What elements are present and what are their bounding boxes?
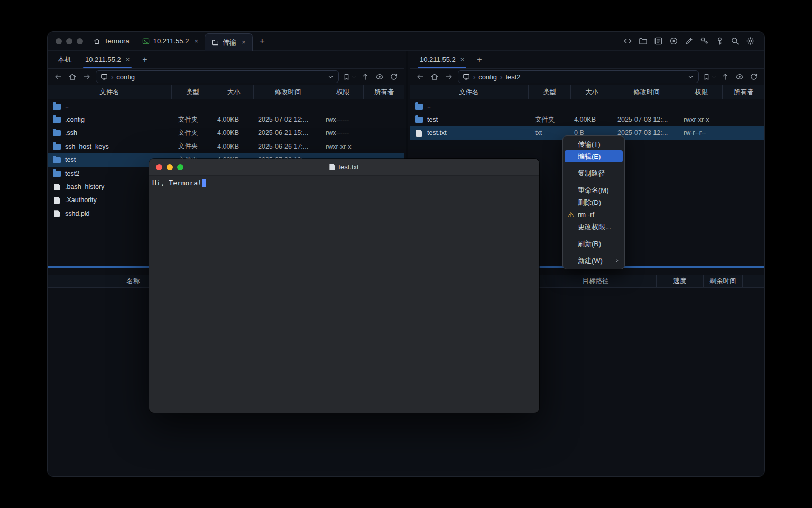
pane-tab-local[interactable]: 本机 [51, 51, 78, 68]
right-pane-toolbar: › config › test2 [410, 69, 764, 85]
file-row[interactable]: .. [410, 99, 764, 113]
tab-close-icon[interactable]: × [194, 38, 198, 44]
file-row[interactable]: .config 文件夹 4.00KB 2025-07-02 12:... rwx… [48, 113, 404, 126]
column-header-filename[interactable]: 文件名 [48, 85, 172, 99]
menu-item-label: 新建(W) [578, 256, 603, 266]
back-button[interactable] [415, 72, 426, 81]
code-icon[interactable] [623, 37, 632, 46]
tab-close-icon[interactable]: × [242, 39, 246, 46]
column-header-permissions[interactable]: 权限 [322, 85, 364, 99]
crumb-segment[interactable]: test2 [505, 73, 520, 81]
record-icon[interactable] [669, 37, 678, 46]
tab-transfer[interactable]: 传输 × [205, 33, 253, 51]
folder-icon[interactable] [639, 37, 648, 46]
bookmark-button[interactable] [343, 73, 356, 81]
column-header-modified[interactable]: 修改时间 [254, 85, 322, 99]
column-header-size[interactable]: 大小 [214, 85, 254, 99]
tab-close-icon[interactable]: × [460, 56, 465, 63]
menu-item-new[interactable]: 新建(W) [563, 255, 624, 267]
new-tab-button[interactable]: + [253, 37, 272, 46]
column-header-type[interactable]: 类型 [172, 85, 214, 99]
tab-ssh-session[interactable]: 10.211.55.2 × [136, 32, 205, 50]
menu-item-edit[interactable]: 编辑(E) [565, 150, 623, 162]
pane-tab-remote[interactable]: 10.211.55.2 × [78, 51, 136, 68]
pane-new-tab-button[interactable]: + [136, 56, 153, 64]
column-header-filename[interactable]: 文件名 [410, 85, 529, 99]
left-pane-tabbar: 本机 10.211.55.2 × + [48, 51, 404, 69]
menu-item-refresh[interactable]: 刷新(R) [563, 238, 624, 250]
column-header-type[interactable]: 类型 [529, 85, 571, 99]
refresh-button[interactable] [389, 72, 399, 81]
editor-zoom-button[interactable] [177, 164, 183, 170]
home-button[interactable] [67, 72, 78, 81]
show-hidden-files-button[interactable] [734, 72, 745, 81]
key-icon[interactable] [700, 37, 709, 46]
chevron-down-icon[interactable] [327, 74, 334, 80]
menu-item-delete[interactable]: 删除(D) [563, 196, 624, 208]
path-breadcrumb[interactable]: › config › test2 [458, 70, 699, 83]
file-row[interactable]: .ssh 文件夹 4.00KB 2025-06-21 15:... rwx---… [48, 126, 404, 140]
menu-separator [567, 182, 620, 182]
menu-item-rename[interactable]: 重命名(M) [563, 184, 624, 196]
bookmark-button[interactable] [703, 73, 716, 81]
file-name: test.txt [427, 129, 447, 137]
menu-item-copy-path[interactable]: 复制路径 [563, 167, 624, 179]
window-close-button[interactable] [56, 38, 62, 44]
file-owner [364, 113, 404, 126]
tab-home[interactable]: Termora [87, 32, 136, 50]
file-size [571, 99, 613, 113]
column-header-owner[interactable]: 所有者 [723, 85, 764, 99]
home-button[interactable] [429, 72, 440, 81]
file-modified-time [254, 99, 322, 113]
tab-close-icon[interactable]: × [126, 56, 130, 63]
keychain-icon[interactable] [715, 37, 724, 46]
chevron-down-icon[interactable] [687, 74, 694, 80]
file-row[interactable]: .. [48, 99, 404, 113]
file-row[interactable]: ssh_host_keys 文件夹 4.00KB 2025-06-26 17:.… [48, 140, 404, 153]
crumb-segment[interactable]: config [478, 73, 497, 81]
file-size: 4.00KB [214, 126, 254, 140]
editor-close-button[interactable] [156, 164, 162, 170]
show-hidden-files-button[interactable] [374, 72, 385, 81]
traffic-lights [48, 38, 87, 44]
search-icon[interactable] [731, 37, 740, 46]
file-type-icon [53, 130, 61, 136]
pane-new-tab-button[interactable]: + [471, 56, 487, 64]
event-log-icon[interactable] [654, 37, 663, 46]
forward-button[interactable] [444, 72, 454, 81]
file-name: .config [65, 116, 85, 123]
column-header-size[interactable]: 大小 [571, 85, 613, 99]
file-size: 4.00KB [214, 140, 254, 153]
transfer-column-speed[interactable]: 速度 [657, 275, 704, 287]
crumb-segment[interactable]: config [116, 73, 135, 81]
window-zoom-button[interactable] [77, 38, 83, 44]
file-row[interactable]: test 文件夹 4.00KB 2025-07-03 12:... rwxr-x… [410, 113, 764, 126]
back-button[interactable] [53, 72, 63, 81]
file-name: .bash_history [65, 183, 104, 190]
settings-icon[interactable] [746, 37, 755, 46]
forward-button[interactable] [81, 72, 92, 81]
transfer-column-target-path[interactable]: 目标路径 [535, 275, 657, 287]
editor-minimize-button[interactable] [167, 164, 173, 170]
submenu-chevron-icon [614, 258, 620, 264]
column-header-owner[interactable]: 所有者 [364, 85, 404, 99]
path-breadcrumb[interactable]: › config [96, 70, 339, 83]
column-header-permissions[interactable]: 权限 [680, 85, 723, 99]
file-type-icon [53, 171, 61, 177]
pane-tab-remote[interactable]: 10.211.55.2 × [413, 51, 471, 68]
refresh-button[interactable] [749, 72, 759, 81]
parent-directory-button[interactable] [720, 72, 731, 81]
menu-separator [567, 252, 620, 252]
parent-directory-button[interactable] [360, 72, 371, 81]
menu-item-transfer[interactable]: 传输(T) [563, 138, 624, 150]
menu-item-rm-rf[interactable]: rm -rf [563, 208, 624, 221]
menu-item-change-permissions[interactable]: 更改权限... [563, 221, 624, 233]
window-minimize-button[interactable] [66, 38, 72, 44]
column-header-modified[interactable]: 修改时间 [613, 85, 680, 99]
editor-content[interactable]: Hi, Termora! [149, 176, 539, 190]
edit-icon[interactable] [685, 37, 694, 46]
pane-tab-label: 10.211.55.2 [85, 56, 121, 64]
transfer-column-remaining-time[interactable]: 剩余时间 [704, 275, 743, 287]
tab-home-label: Termora [104, 37, 130, 45]
file-name: ssh_host_keys [65, 143, 109, 150]
